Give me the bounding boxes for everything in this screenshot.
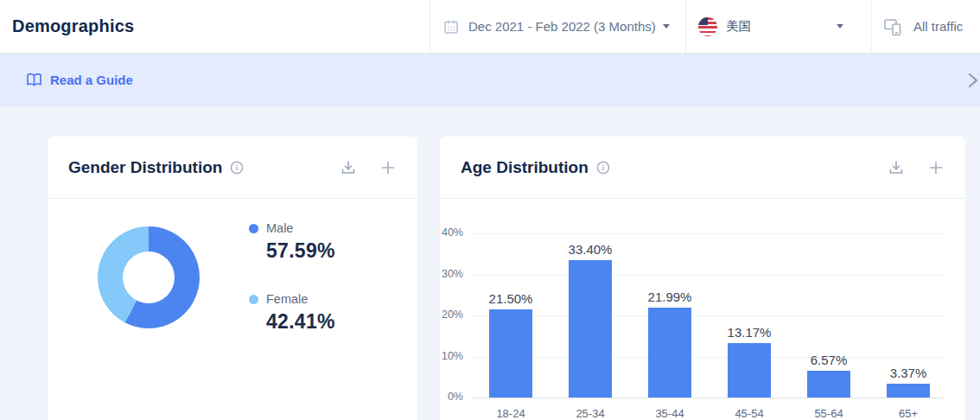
read-guide-link[interactable]: Read a Guide bbox=[26, 73, 133, 87]
donut-hole bbox=[123, 251, 175, 303]
male-value: 57.59% bbox=[266, 239, 335, 263]
x-tick-label: 45-54 bbox=[710, 407, 789, 420]
bar-column: 21.99%35-44 bbox=[630, 233, 710, 398]
add-to-dashboard-button[interactable] bbox=[379, 159, 397, 176]
devices-icon bbox=[882, 16, 905, 38]
female-label: Female bbox=[266, 292, 308, 306]
top-bar: Demographics Dec 2021 - Feb 2022 (3 Mont… bbox=[0, 0, 980, 54]
chevron-down-icon bbox=[663, 24, 670, 29]
bar-column: 6.57%55-64 bbox=[789, 233, 869, 398]
bar-column: 13.17%45-54 bbox=[710, 233, 789, 398]
x-tick-label: 18-24 bbox=[471, 407, 550, 420]
gender-distribution-card: Gender Distribution bbox=[48, 137, 417, 420]
male-dot-icon bbox=[249, 224, 258, 233]
y-axis: 0%10%20%30%40% bbox=[440, 233, 466, 398]
read-guide-label: Read a Guide bbox=[50, 73, 133, 87]
age-bar-chart: 0%10%20%30%40% 21.50%18-2433.40%25-3421.… bbox=[440, 199, 965, 420]
y-tick-label: 0% bbox=[448, 391, 463, 403]
download-button[interactable] bbox=[888, 159, 905, 176]
gender-legend: Male 57.59% Female 42.41% bbox=[249, 221, 335, 334]
demographics-page: Demographics Dec 2021 - Feb 2022 (3 Mont… bbox=[0, 0, 980, 420]
x-tick-label: 25-34 bbox=[550, 407, 630, 420]
bar[interactable] bbox=[728, 343, 771, 398]
info-icon[interactable] bbox=[230, 161, 244, 175]
gender-card-title: Gender Distribution bbox=[68, 158, 222, 177]
info-icon[interactable] bbox=[596, 161, 610, 175]
bar-column: 33.40%25-34 bbox=[550, 233, 630, 398]
x-tick-label: 65+ bbox=[869, 407, 948, 420]
us-flag-icon bbox=[698, 17, 717, 36]
y-tick-label: 10% bbox=[442, 350, 463, 362]
add-to-dashboard-button[interactable] bbox=[927, 159, 945, 176]
bar-columns: 21.50%18-2433.40%25-3421.99%35-4413.17%4… bbox=[471, 233, 948, 398]
age-distribution-card: Age Distribution bbox=[440, 137, 965, 420]
y-tick-label: 20% bbox=[442, 309, 463, 321]
bar-data-label: 3.37% bbox=[890, 366, 927, 380]
bar[interactable] bbox=[807, 371, 850, 398]
female-dot-icon bbox=[249, 295, 258, 304]
gender-card-header: Gender Distribution bbox=[48, 137, 417, 199]
age-card-body: 0%10%20%30%40% 21.50%18-2433.40%25-3421.… bbox=[440, 199, 965, 420]
guide-banner: Read a Guide bbox=[0, 54, 980, 106]
gridline bbox=[471, 398, 945, 398]
download-button[interactable] bbox=[340, 159, 357, 176]
bar[interactable] bbox=[569, 260, 612, 398]
x-tick-label: 35-44 bbox=[630, 407, 710, 420]
book-icon bbox=[26, 73, 42, 87]
bar-data-label: 33.40% bbox=[569, 242, 613, 257]
x-tick-label: 55-64 bbox=[789, 407, 869, 420]
gender-card-body: Male 57.59% Female 42.41% bbox=[48, 199, 417, 420]
page-title: Demographics bbox=[0, 16, 430, 36]
date-range-label: Dec 2021 - Feb 2022 (3 Months) bbox=[468, 19, 656, 34]
bar-data-label: 13.17% bbox=[728, 325, 772, 340]
bar-data-label: 21.99% bbox=[648, 290, 692, 304]
bar-data-label: 21.50% bbox=[489, 291, 533, 306]
traffic-selector[interactable]: All traffic bbox=[871, 0, 980, 53]
traffic-label: All traffic bbox=[913, 19, 963, 34]
age-card-header: Age Distribution bbox=[440, 137, 965, 199]
bar-column: 3.37%65+ bbox=[869, 233, 948, 398]
calendar-icon bbox=[442, 18, 460, 35]
date-range-picker[interactable]: Dec 2021 - Feb 2022 (3 Months) bbox=[430, 0, 685, 53]
age-card-title: Age Distribution bbox=[461, 158, 589, 177]
male-label: Male bbox=[266, 221, 293, 235]
chevron-right-icon[interactable] bbox=[968, 72, 978, 89]
country-selector[interactable]: 美国 bbox=[685, 0, 871, 53]
bar-column: 21.50%18-24 bbox=[471, 233, 550, 398]
gender-donut-chart[interactable] bbox=[98, 226, 200, 328]
bar[interactable] bbox=[887, 384, 930, 398]
bar-data-label: 6.57% bbox=[811, 353, 848, 367]
female-value: 42.41% bbox=[266, 310, 335, 334]
legend-item-male: Male 57.59% bbox=[249, 221, 335, 263]
legend-item-female: Female 42.41% bbox=[249, 292, 335, 334]
chevron-down-icon bbox=[837, 24, 843, 29]
y-tick-label: 30% bbox=[442, 268, 463, 280]
y-tick-label: 40% bbox=[442, 226, 463, 239]
bar[interactable] bbox=[489, 309, 532, 398]
bar[interactable] bbox=[648, 308, 691, 398]
main-content: Gender Distribution bbox=[0, 106, 980, 420]
country-label: 美国 bbox=[726, 18, 751, 35]
